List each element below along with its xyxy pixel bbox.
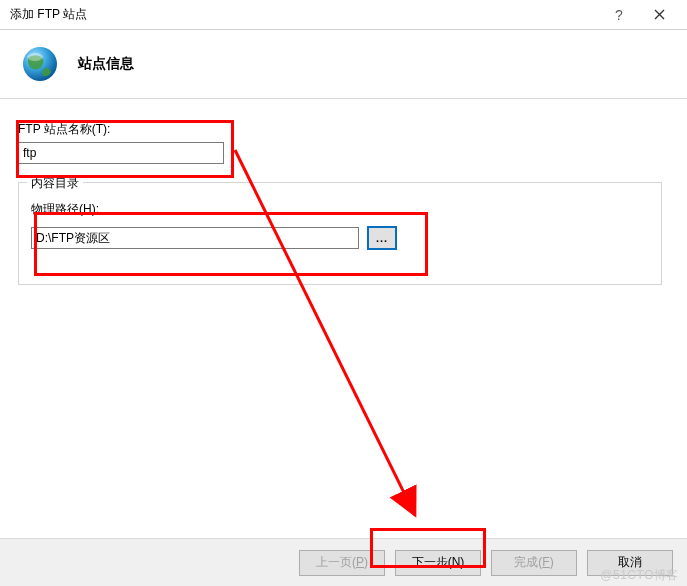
dialog-title: 添加 FTP 站点 — [10, 6, 599, 23]
content-directory-legend: 内容目录 — [27, 175, 83, 192]
globe-icon — [20, 44, 60, 84]
svg-point-1 — [27, 53, 43, 61]
dialog-footer: 上一页(P) 下一步(N) 完成(F) 取消 — [0, 538, 687, 586]
content-directory-group: 内容目录 物理路径(H): ... — [18, 182, 662, 285]
page-heading: 站点信息 — [78, 55, 134, 73]
content-area: FTP 站点名称(T): 内容目录 物理路径(H): ... — [0, 99, 687, 539]
browse-button[interactable]: ... — [367, 226, 397, 250]
watermark: @51CTO博客 — [600, 567, 679, 584]
close-button[interactable] — [639, 0, 679, 30]
help-button[interactable]: ? — [599, 0, 639, 30]
site-name-label: FTP 站点名称(T): — [18, 121, 110, 138]
close-icon — [654, 9, 665, 20]
prev-button: 上一页(P) — [299, 550, 385, 576]
physical-path-label: 物理路径(H): — [31, 201, 99, 218]
site-name-input[interactable] — [18, 142, 224, 164]
header-band: 站点信息 — [0, 30, 687, 99]
physical-path-input[interactable] — [31, 227, 359, 249]
finish-button: 完成(F) — [491, 550, 577, 576]
next-button[interactable]: 下一步(N) — [395, 550, 481, 576]
titlebar: 添加 FTP 站点 ? — [0, 0, 687, 30]
